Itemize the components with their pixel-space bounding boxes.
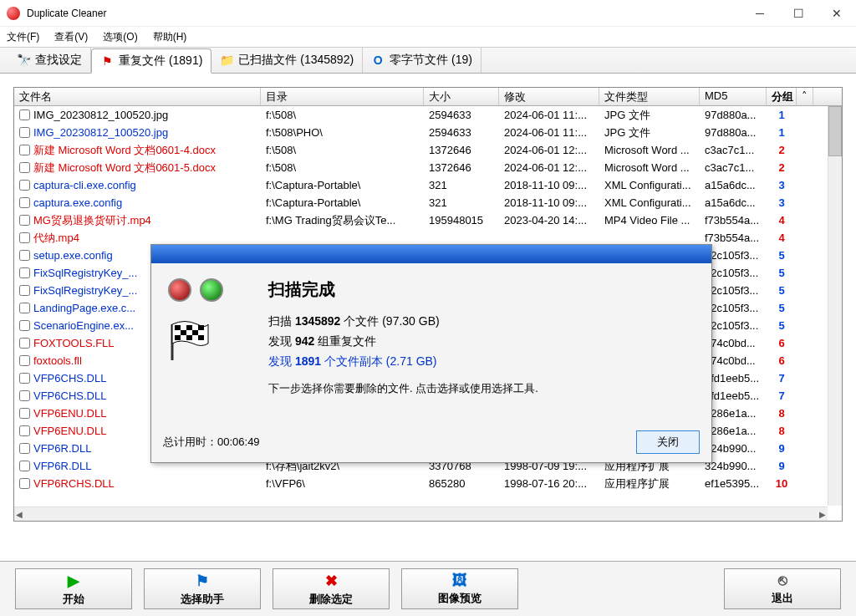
row-checkbox[interactable] xyxy=(19,373,30,384)
maximize-button[interactable]: ☐ xyxy=(779,0,818,26)
row-checkbox[interactable] xyxy=(19,267,30,278)
tab-search-settings[interactable]: 🔭 查找设定 xyxy=(8,48,91,73)
delete-selected-button[interactable]: ✖ 删除选定 xyxy=(273,568,390,609)
button-label: 开始 xyxy=(63,592,84,607)
row-checkbox[interactable] xyxy=(19,338,30,349)
row-checkbox[interactable] xyxy=(19,250,30,261)
row-checkbox[interactable] xyxy=(19,320,30,331)
start-button[interactable]: ▶ 开始 xyxy=(15,568,132,609)
cell-filename: VFP6ENU.DLL xyxy=(33,407,106,420)
cell-group: 5 xyxy=(767,318,797,333)
vertical-scrollbar[interactable] xyxy=(828,106,842,506)
selection-assistant-button[interactable]: ⚑ 选择助手 xyxy=(144,568,261,609)
exit-button[interactable]: ⎋ 退出 xyxy=(724,568,841,609)
dialog-line-copies[interactable]: 发现 1891 个文件副本 (2.71 GB) xyxy=(268,354,695,369)
tab-scanned-files[interactable]: 📁 已扫描文件 (1345892) xyxy=(211,48,363,73)
cell-directory: f:\Captura-Portable\ xyxy=(261,178,424,192)
bottom-toolbar: ▶ 开始 ⚑ 选择助手 ✖ 删除选定 🖼 图像预览 ⎋ 退出 xyxy=(0,561,856,616)
row-checkbox[interactable] xyxy=(19,127,30,138)
menu-help[interactable]: 帮助(H) xyxy=(153,30,187,44)
cell-size: 2594633 xyxy=(424,125,499,140)
cell-type xyxy=(599,237,700,239)
dialog-titlebar[interactable] xyxy=(151,245,711,263)
row-checkbox[interactable] xyxy=(19,197,30,208)
cell-size: 865280 xyxy=(424,476,499,491)
table-header: 文件名 目录 大小 修改 文件类型 MD5 分组 ˄ xyxy=(14,88,842,106)
scroll-right-icon[interactable]: ▶ xyxy=(819,510,826,519)
cell-filename: VFP6R.DLL xyxy=(33,442,91,455)
cell-size: 2594633 xyxy=(424,108,499,122)
col-size[interactable]: 大小 xyxy=(424,88,499,105)
col-type[interactable]: 文件类型 xyxy=(599,88,700,105)
menu-options[interactable]: 选项(O) xyxy=(103,30,137,44)
image-icon: 🖼 xyxy=(452,572,467,589)
table-row[interactable]: 新建 Microsoft Word 文档0601-4.docxf:\508\13… xyxy=(14,141,842,159)
cell-group: 6 xyxy=(767,336,797,350)
cell-size: 195948015 xyxy=(424,213,499,227)
cell-modified: 2018-11-10 09:... xyxy=(499,196,599,210)
menu-view[interactable]: 查看(V) xyxy=(54,30,88,44)
menu-file[interactable]: 文件(F) xyxy=(7,30,39,44)
row-checkbox[interactable] xyxy=(19,232,30,243)
col-modified[interactable]: 修改 xyxy=(499,88,599,105)
menubar: 文件(F) 查看(V) 选项(O) 帮助(H) xyxy=(0,27,856,47)
row-checkbox[interactable] xyxy=(19,215,30,226)
col-directory[interactable]: 目录 xyxy=(261,88,424,105)
horizontal-scrollbar[interactable]: ◀ ▶ xyxy=(14,507,828,521)
table-row[interactable]: IMG_20230812_100520.jpgf:\508\2594633202… xyxy=(14,106,842,124)
row-checkbox[interactable] xyxy=(19,461,30,471)
cell-type: MP4 Video File ... xyxy=(599,213,700,227)
row-checkbox[interactable] xyxy=(19,390,30,401)
col-group[interactable]: 分组 xyxy=(767,88,797,105)
table-row[interactable]: MG贸易退换货研讨.mp4f:\MG Trading贸易会议Te...19594… xyxy=(14,211,842,229)
tab-duplicate-files[interactable]: ⚑ 重复文件 (1891) xyxy=(91,48,211,74)
row-checkbox[interactable] xyxy=(19,285,30,296)
table-row[interactable]: IMG_20230812_100520.jpgf:\508\PHO\259463… xyxy=(14,124,842,141)
cell-type: XML Configurati... xyxy=(599,178,700,192)
row-checkbox[interactable] xyxy=(19,109,30,120)
table-row[interactable]: captura.exe.configf:\Captura-Portable\32… xyxy=(14,194,842,211)
cell-group: 8 xyxy=(767,406,797,420)
scan-complete-dialog: 扫描完成 扫描 1345892 个文件 (97.30 GB) 发现 942 组重… xyxy=(150,244,712,463)
scrollbar-thumb[interactable] xyxy=(828,106,842,156)
cell-filename: VFP6CHS.DLL xyxy=(33,372,106,384)
tab-zero-byte-files[interactable]: O 零字节文件 (19) xyxy=(363,48,482,73)
cell-directory: f:\508\ xyxy=(261,160,424,175)
elapsed-time: 总计用时：00:06:49 xyxy=(163,435,260,450)
cell-group: 4 xyxy=(767,231,797,245)
row-checkbox[interactable] xyxy=(19,162,30,173)
image-preview-button[interactable]: 🖼 图像预览 xyxy=(401,568,518,609)
cell-md5: a15a6dc... xyxy=(700,196,767,210)
table-row[interactable]: VFP6RCHS.DLLf:\VFP6\8652801998-07-16 20:… xyxy=(14,475,842,492)
row-checkbox[interactable] xyxy=(19,303,30,313)
svg-rect-6 xyxy=(186,335,192,340)
scroll-left-icon[interactable]: ◀ xyxy=(16,510,23,519)
table-row[interactable]: 新建 Microsoft Word 文档0601-5.docxf:\508\13… xyxy=(14,159,842,176)
col-md5[interactable]: MD5 xyxy=(700,88,767,105)
row-checkbox[interactable] xyxy=(19,180,30,191)
dialog-close-button[interactable]: 关闭 xyxy=(636,430,700,454)
cell-filename: VFP6CHS.DLL xyxy=(33,389,106,402)
row-checkbox[interactable] xyxy=(19,408,30,419)
cell-type: Microsoft Word ... xyxy=(599,143,700,157)
svg-rect-0 xyxy=(175,325,181,330)
table-row[interactable]: captura-cli.exe.configf:\Captura-Portabl… xyxy=(14,176,842,194)
row-checkbox[interactable] xyxy=(19,355,30,366)
minimize-button[interactable]: ─ xyxy=(741,0,779,26)
button-label: 删除选定 xyxy=(309,592,353,607)
col-filename[interactable]: 文件名 xyxy=(14,88,261,105)
close-button[interactable]: ✕ xyxy=(818,0,856,26)
cell-filename: 新建 Microsoft Word 文档0601-5.docx xyxy=(33,160,216,176)
cell-group: 5 xyxy=(767,283,797,298)
tab-label: 重复文件 (1891) xyxy=(119,53,202,69)
cell-filename: FOXTOOLS.FLL xyxy=(33,337,115,349)
row-checkbox[interactable] xyxy=(19,425,30,436)
row-checkbox[interactable] xyxy=(19,443,30,454)
row-checkbox[interactable] xyxy=(19,145,30,155)
cell-type: 应用程序扩展 xyxy=(599,476,700,492)
cell-md5: f73b554a... xyxy=(700,231,767,245)
cell-filename: FixSqlRegistryKey_... xyxy=(33,267,137,279)
cell-group: 9 xyxy=(767,459,797,473)
cell-group: 1 xyxy=(767,125,797,140)
row-checkbox[interactable] xyxy=(19,478,30,489)
